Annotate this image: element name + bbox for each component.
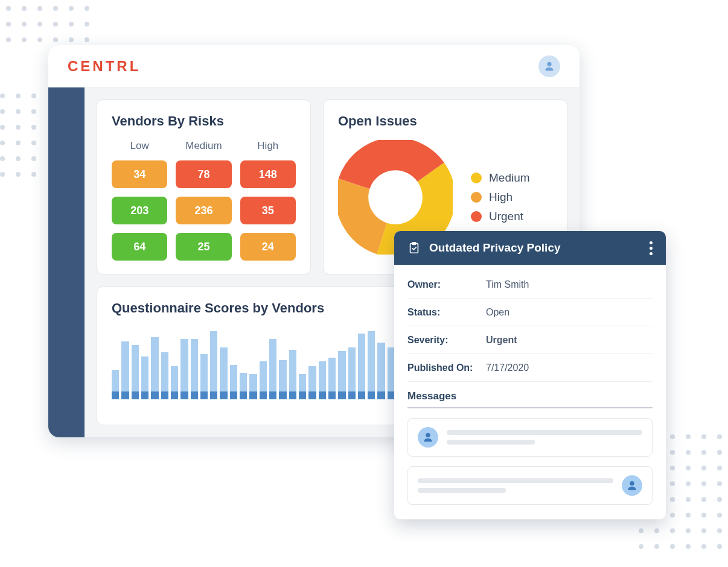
score-bar <box>358 334 365 399</box>
risk-tile[interactable]: 148 <box>240 160 296 188</box>
score-bar <box>328 358 336 399</box>
brand-logo: CENTRL <box>68 58 141 75</box>
legend-swatch <box>471 192 482 203</box>
message-item[interactable] <box>407 466 653 505</box>
decorative-dots <box>0 93 36 177</box>
person-icon <box>421 431 435 444</box>
score-bar <box>299 374 306 399</box>
kv-published: Published On: 7/17/2020 <box>407 354 653 382</box>
score-bar <box>171 366 178 399</box>
score-bar <box>348 347 356 399</box>
score-bar <box>368 331 375 399</box>
topbar: CENTRL <box>48 45 580 87</box>
legend-swatch <box>471 211 482 222</box>
messages-heading: Messages <box>407 390 653 408</box>
legend-swatch <box>471 173 482 183</box>
person-icon <box>543 60 556 73</box>
score-bar <box>308 366 316 399</box>
score-bar <box>377 343 385 399</box>
vendors-by-risk-card: Vendors By Risks LowMediumHigh3478148203… <box>97 100 311 274</box>
risk-column-header: High <box>240 140 296 152</box>
message-item[interactable] <box>407 418 653 457</box>
card-title: Open Issues <box>338 113 552 129</box>
more-menu-button[interactable] <box>650 241 653 255</box>
issue-detail-panel: Outdated Privacy Policy Owner: Tim Smith… <box>394 231 666 519</box>
risk-tile[interactable]: 64 <box>112 233 167 261</box>
risk-tile[interactable]: 78 <box>176 160 231 188</box>
risk-tile[interactable]: 24 <box>240 233 296 261</box>
score-bar <box>132 345 139 399</box>
score-bar <box>249 374 257 399</box>
panel-title: Outdated Privacy Policy <box>429 241 561 255</box>
person-icon <box>625 479 639 492</box>
score-bar <box>200 354 208 400</box>
score-bar <box>141 356 148 399</box>
clipboard-check-icon <box>407 241 421 255</box>
score-bar <box>279 360 286 399</box>
score-bar <box>161 352 168 399</box>
legend-item: High <box>471 191 530 204</box>
score-bar <box>112 370 119 399</box>
score-bar <box>220 347 227 399</box>
score-bar <box>338 351 345 399</box>
risk-tile[interactable]: 34 <box>112 160 167 188</box>
legend-item: Urgent <box>471 210 530 223</box>
message-avatar <box>622 475 642 496</box>
score-bar <box>230 365 237 399</box>
legend-label: Urgent <box>489 210 523 223</box>
score-bar <box>180 339 188 400</box>
score-bar <box>260 361 267 399</box>
sidebar <box>48 87 85 437</box>
message-avatar <box>418 427 438 448</box>
risk-column-header: Medium <box>176 140 231 152</box>
svg-point-3 <box>376 178 414 216</box>
risk-tile[interactable]: 35 <box>240 197 296 224</box>
legend-label: High <box>489 191 512 204</box>
legend-item: Medium <box>471 171 530 185</box>
risk-column-header: Low <box>112 140 167 152</box>
message-text-placeholder <box>418 478 613 493</box>
card-title: Vendors By Risks <box>112 113 296 129</box>
risk-tile[interactable]: 25 <box>176 233 231 261</box>
risk-tile[interactable]: 236 <box>176 197 231 224</box>
decorative-dots <box>6 6 89 42</box>
legend-label: Medium <box>489 171 530 185</box>
score-bar <box>151 337 158 399</box>
score-bar <box>289 350 296 399</box>
score-bar <box>121 341 129 399</box>
kv-status: Status: Open <box>407 299 653 326</box>
score-bar <box>191 339 198 400</box>
score-bar <box>210 331 217 399</box>
kv-owner: Owner: Tim Smith <box>407 271 653 299</box>
score-bar <box>319 361 326 399</box>
score-bar <box>240 373 247 399</box>
panel-header: Outdated Privacy Policy <box>394 231 666 265</box>
message-text-placeholder <box>447 430 642 445</box>
risk-tile[interactable]: 203 <box>112 197 167 224</box>
kv-severity: Severity: Urgent <box>407 326 653 354</box>
user-avatar[interactable] <box>538 55 560 77</box>
score-bar <box>269 339 276 400</box>
